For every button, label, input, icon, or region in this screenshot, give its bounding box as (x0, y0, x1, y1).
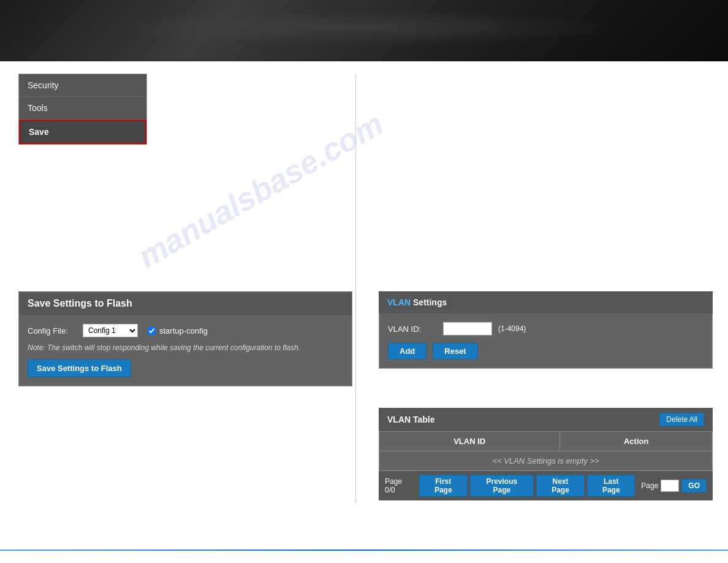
sidebar-label-security: Security (28, 80, 59, 90)
save-panel-title: Save Settings to Flash (19, 292, 352, 315)
sidebar-label-tools: Tools (28, 103, 48, 113)
vlan-title-suffix: Settings (411, 297, 447, 307)
save-note-text: Note: The switch will stop responding wh… (28, 343, 343, 352)
config-file-select[interactable]: Config 1 (83, 324, 138, 337)
vertical-divider (355, 74, 356, 503)
empty-message: << VLAN Settings is empty >> (379, 451, 713, 471)
vlan-buttons: Add Reset (388, 343, 703, 359)
vlan-settings-body: VLAN ID: (1-4094) Add Reset (379, 313, 713, 369)
startup-config-checkbox-label: startup-config (148, 326, 208, 335)
vlan-reset-button[interactable]: Reset (433, 343, 477, 359)
vlan-id-label: VLAN ID: (388, 324, 443, 334)
sidebar-item-security[interactable]: Security (19, 74, 146, 97)
previous-page-button[interactable]: Previous Page (470, 475, 534, 497)
vlan-title-prefix: VLAN (387, 297, 411, 307)
header-banner (0, 0, 728, 61)
save-settings-to-flash-button[interactable]: Save Settings to Flash (28, 359, 131, 377)
page-number-input[interactable] (661, 480, 679, 492)
startup-config-text: startup-config (159, 326, 208, 335)
sidebar-item-tools[interactable]: Tools (19, 97, 146, 120)
table-row-empty: << VLAN Settings is empty >> (379, 451, 713, 471)
vlan-settings-panel: VLAN Settings VLAN ID: (1-4094) Add Rese… (379, 291, 713, 369)
go-button[interactable]: GO (681, 479, 707, 492)
vlan-range-text: (1-4094) (498, 324, 526, 333)
sidebar-item-save[interactable]: Save (19, 120, 146, 144)
startup-config-checkbox[interactable] (148, 327, 156, 335)
next-page-button[interactable]: Next Page (536, 475, 585, 497)
vlan-id-row: VLAN ID: (1-4094) (388, 322, 703, 335)
page-label: Page (641, 481, 658, 490)
col-action: Action (560, 432, 713, 451)
config-file-label: Config File: (28, 326, 83, 335)
pagination-bar: Page 0/0 First Page Previous Page Next P… (379, 471, 713, 500)
vlan-table: VLAN ID Action << VLAN Settings is empty… (379, 431, 713, 471)
watermark: manualsbase.com (132, 105, 389, 275)
main-content: manualsbase.com Security Tools Save Save… (0, 61, 728, 563)
vlan-table-panel: VLAN Table Delete All VLAN ID Action << … (379, 408, 713, 500)
page-info: Page 0/0 (385, 477, 414, 494)
first-page-button[interactable]: First Page (419, 475, 468, 497)
save-panel-body: Config File: Config 1 startup-config Not… (19, 315, 352, 386)
last-page-button[interactable]: Last Page (587, 475, 635, 497)
sidebar: Security Tools Save (18, 74, 147, 145)
footer-line (0, 550, 728, 551)
vlan-add-button[interactable]: Add (388, 343, 427, 359)
config-row: Config File: Config 1 startup-config (28, 324, 343, 337)
sidebar-label-save: Save (29, 127, 49, 137)
col-vlan-id: VLAN ID (379, 432, 560, 451)
delete-all-button[interactable]: Delete All (659, 413, 704, 426)
vlan-table-header: VLAN Table Delete All (379, 408, 713, 431)
vlan-id-input[interactable] (443, 322, 492, 335)
table-header-row: VLAN ID Action (379, 432, 713, 451)
save-settings-panel: Save Settings to Flash Config File: Conf… (18, 291, 352, 386)
vlan-table-title: VLAN Table (387, 415, 435, 424)
vlan-settings-header: VLAN Settings (379, 291, 713, 313)
